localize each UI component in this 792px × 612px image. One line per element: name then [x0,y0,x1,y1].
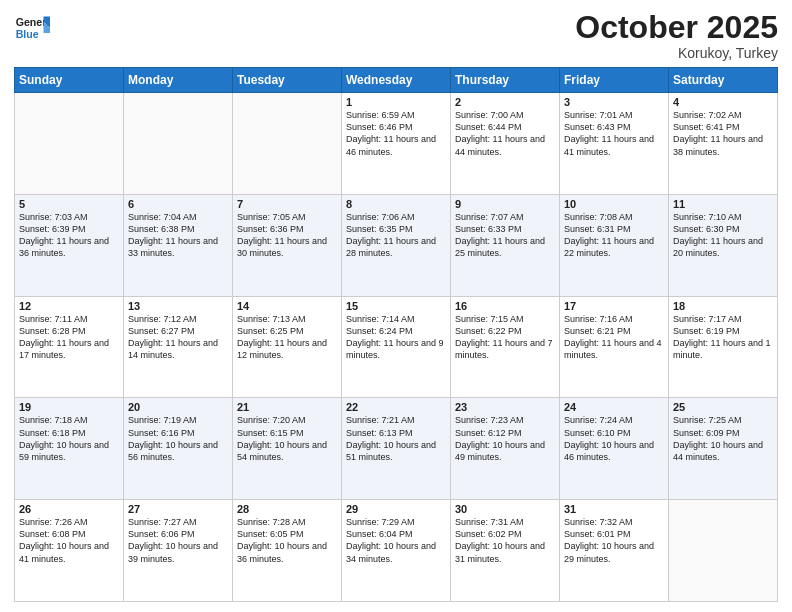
day-info: Sunrise: 7:27 AM Sunset: 6:06 PM Dayligh… [128,516,228,565]
col-sunday: Sunday [15,68,124,93]
calendar-table: Sunday Monday Tuesday Wednesday Thursday… [14,67,778,602]
day-number: 11 [673,198,773,210]
calendar-week-1: 1Sunrise: 6:59 AM Sunset: 6:46 PM Daylig… [15,93,778,195]
day-info: Sunrise: 7:03 AM Sunset: 6:39 PM Dayligh… [19,211,119,260]
table-row: 23Sunrise: 7:23 AM Sunset: 6:12 PM Dayli… [451,398,560,500]
table-row: 21Sunrise: 7:20 AM Sunset: 6:15 PM Dayli… [233,398,342,500]
day-number: 21 [237,401,337,413]
day-number: 23 [455,401,555,413]
day-number: 9 [455,198,555,210]
day-number: 15 [346,300,446,312]
day-number: 19 [19,401,119,413]
day-number: 27 [128,503,228,515]
table-row: 7Sunrise: 7:05 AM Sunset: 6:36 PM Daylig… [233,194,342,296]
table-row: 13Sunrise: 7:12 AM Sunset: 6:27 PM Dayli… [124,296,233,398]
table-row: 28Sunrise: 7:28 AM Sunset: 6:05 PM Dayli… [233,500,342,602]
table-row: 30Sunrise: 7:31 AM Sunset: 6:02 PM Dayli… [451,500,560,602]
day-number: 17 [564,300,664,312]
day-number: 6 [128,198,228,210]
day-number: 4 [673,96,773,108]
day-number: 14 [237,300,337,312]
title-block: October 2025 Korukoy, Turkey [575,10,778,61]
day-number: 30 [455,503,555,515]
table-row: 24Sunrise: 7:24 AM Sunset: 6:10 PM Dayli… [560,398,669,500]
table-row: 9Sunrise: 7:07 AM Sunset: 6:33 PM Daylig… [451,194,560,296]
day-info: Sunrise: 7:10 AM Sunset: 6:30 PM Dayligh… [673,211,773,260]
table-row: 12Sunrise: 7:11 AM Sunset: 6:28 PM Dayli… [15,296,124,398]
table-row: 22Sunrise: 7:21 AM Sunset: 6:13 PM Dayli… [342,398,451,500]
table-row: 15Sunrise: 7:14 AM Sunset: 6:24 PM Dayli… [342,296,451,398]
day-info: Sunrise: 7:18 AM Sunset: 6:18 PM Dayligh… [19,414,119,463]
table-row: 19Sunrise: 7:18 AM Sunset: 6:18 PM Dayli… [15,398,124,500]
day-info: Sunrise: 7:21 AM Sunset: 6:13 PM Dayligh… [346,414,446,463]
col-wednesday: Wednesday [342,68,451,93]
col-tuesday: Tuesday [233,68,342,93]
day-number: 24 [564,401,664,413]
calendar-week-4: 19Sunrise: 7:18 AM Sunset: 6:18 PM Dayli… [15,398,778,500]
day-info: Sunrise: 7:29 AM Sunset: 6:04 PM Dayligh… [346,516,446,565]
col-saturday: Saturday [669,68,778,93]
day-info: Sunrise: 7:01 AM Sunset: 6:43 PM Dayligh… [564,109,664,158]
logo-icon: General Blue [14,10,50,46]
day-number: 12 [19,300,119,312]
day-info: Sunrise: 7:12 AM Sunset: 6:27 PM Dayligh… [128,313,228,362]
day-number: 25 [673,401,773,413]
day-info: Sunrise: 7:32 AM Sunset: 6:01 PM Dayligh… [564,516,664,565]
table-row: 1Sunrise: 6:59 AM Sunset: 6:46 PM Daylig… [342,93,451,195]
day-info: Sunrise: 7:07 AM Sunset: 6:33 PM Dayligh… [455,211,555,260]
day-info: Sunrise: 7:20 AM Sunset: 6:15 PM Dayligh… [237,414,337,463]
day-number: 7 [237,198,337,210]
day-number: 31 [564,503,664,515]
table-row: 8Sunrise: 7:06 AM Sunset: 6:35 PM Daylig… [342,194,451,296]
logo: General Blue [14,10,50,46]
day-info: Sunrise: 7:15 AM Sunset: 6:22 PM Dayligh… [455,313,555,362]
day-info: Sunrise: 7:14 AM Sunset: 6:24 PM Dayligh… [346,313,446,362]
day-number: 5 [19,198,119,210]
table-row: 29Sunrise: 7:29 AM Sunset: 6:04 PM Dayli… [342,500,451,602]
day-info: Sunrise: 7:31 AM Sunset: 6:02 PM Dayligh… [455,516,555,565]
col-monday: Monday [124,68,233,93]
table-row: 27Sunrise: 7:27 AM Sunset: 6:06 PM Dayli… [124,500,233,602]
day-info: Sunrise: 7:13 AM Sunset: 6:25 PM Dayligh… [237,313,337,362]
day-number: 18 [673,300,773,312]
day-info: Sunrise: 7:05 AM Sunset: 6:36 PM Dayligh… [237,211,337,260]
table-row: 14Sunrise: 7:13 AM Sunset: 6:25 PM Dayli… [233,296,342,398]
calendar-week-3: 12Sunrise: 7:11 AM Sunset: 6:28 PM Dayli… [15,296,778,398]
day-number: 3 [564,96,664,108]
day-number: 29 [346,503,446,515]
table-row: 26Sunrise: 7:26 AM Sunset: 6:08 PM Dayli… [15,500,124,602]
day-number: 1 [346,96,446,108]
day-info: Sunrise: 7:11 AM Sunset: 6:28 PM Dayligh… [19,313,119,362]
table-row: 18Sunrise: 7:17 AM Sunset: 6:19 PM Dayli… [669,296,778,398]
table-row [669,500,778,602]
day-info: Sunrise: 7:19 AM Sunset: 6:16 PM Dayligh… [128,414,228,463]
table-row: 17Sunrise: 7:16 AM Sunset: 6:21 PM Dayli… [560,296,669,398]
day-info: Sunrise: 7:04 AM Sunset: 6:38 PM Dayligh… [128,211,228,260]
day-number: 2 [455,96,555,108]
month-title: October 2025 [575,10,778,45]
day-info: Sunrise: 7:25 AM Sunset: 6:09 PM Dayligh… [673,414,773,463]
day-info: Sunrise: 7:00 AM Sunset: 6:44 PM Dayligh… [455,109,555,158]
day-info: Sunrise: 7:26 AM Sunset: 6:08 PM Dayligh… [19,516,119,565]
day-info: Sunrise: 6:59 AM Sunset: 6:46 PM Dayligh… [346,109,446,158]
day-info: Sunrise: 7:24 AM Sunset: 6:10 PM Dayligh… [564,414,664,463]
day-number: 22 [346,401,446,413]
calendar-week-5: 26Sunrise: 7:26 AM Sunset: 6:08 PM Dayli… [15,500,778,602]
table-row [233,93,342,195]
day-number: 13 [128,300,228,312]
table-row: 6Sunrise: 7:04 AM Sunset: 6:38 PM Daylig… [124,194,233,296]
table-row: 5Sunrise: 7:03 AM Sunset: 6:39 PM Daylig… [15,194,124,296]
day-info: Sunrise: 7:02 AM Sunset: 6:41 PM Dayligh… [673,109,773,158]
table-row: 16Sunrise: 7:15 AM Sunset: 6:22 PM Dayli… [451,296,560,398]
day-info: Sunrise: 7:06 AM Sunset: 6:35 PM Dayligh… [346,211,446,260]
day-number: 26 [19,503,119,515]
day-number: 28 [237,503,337,515]
table-row: 2Sunrise: 7:00 AM Sunset: 6:44 PM Daylig… [451,93,560,195]
col-thursday: Thursday [451,68,560,93]
table-row: 20Sunrise: 7:19 AM Sunset: 6:16 PM Dayli… [124,398,233,500]
day-number: 8 [346,198,446,210]
table-row: 25Sunrise: 7:25 AM Sunset: 6:09 PM Dayli… [669,398,778,500]
day-number: 10 [564,198,664,210]
day-number: 20 [128,401,228,413]
table-row: 31Sunrise: 7:32 AM Sunset: 6:01 PM Dayli… [560,500,669,602]
